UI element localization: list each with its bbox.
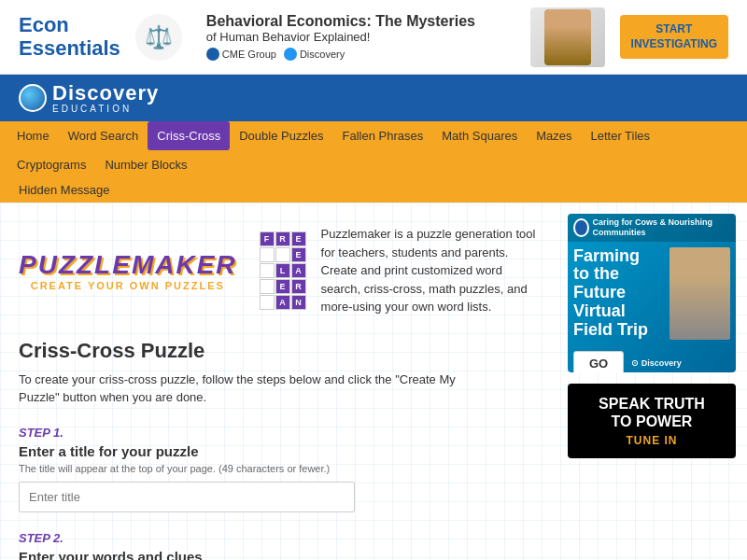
ad-cta-button[interactable]: START INVESTIGATING: [620, 15, 728, 59]
ad-econ-text: Econ: [19, 14, 120, 36]
title-input[interactable]: [19, 482, 355, 512]
ad-discovery-logo: Discovery: [284, 48, 345, 61]
ad-brand: Econ Essentials: [19, 14, 120, 59]
ad-essentials-text: Essentials: [19, 37, 120, 60]
sa1-line3: Future: [573, 284, 664, 302]
sa2-line3: TUNE IN: [627, 434, 678, 447]
sa1-top-banner: Caring for Cows & Nourishing Communities: [568, 214, 736, 242]
nav-mazes[interactable]: Mazes: [527, 121, 581, 150]
grid-cell: R: [291, 279, 306, 294]
step2-section: STEP 2. Enter your words and clues On ea…: [19, 531, 542, 561]
grid-cell: F: [260, 231, 275, 246]
grid-cell: [275, 247, 290, 262]
sa1-top-text: Caring for Cows & Nourishing Communities: [593, 217, 730, 238]
puzzlemaker-header: PUZZLEMAKER CREATE YOUR OWN PUZZLES F R …: [19, 217, 542, 324]
step2-label: STEP 2.: [19, 531, 542, 545]
grid-cell: N: [291, 295, 306, 310]
grid-cell: [260, 263, 275, 278]
step1-note: The title will appear at the top of your…: [19, 463, 542, 474]
grid-cell: [260, 247, 275, 262]
disc-logo-text: Discovery EDUCATION: [52, 83, 159, 114]
sidebar-ad-farming[interactable]: Caring for Cows & Nourishing Communities…: [568, 214, 736, 372]
step1-section: STEP 1. Enter a title for your puzzle Th…: [19, 426, 542, 512]
nav-word-search[interactable]: Word Search: [59, 121, 148, 150]
sa1-line4: Virtual: [573, 302, 664, 321]
puzzlemaker-grid: F R E E L A E R A N: [260, 231, 306, 310]
disc-education-label: EDUCATION: [52, 104, 159, 114]
puzzlemaker-logo: PUZZLEMAKER CREATE YOUR OWN PUZZLES: [19, 250, 237, 291]
nav-number-blocks[interactable]: Number Blocks: [95, 150, 196, 179]
step2-heading: Enter your words and clues: [19, 549, 542, 561]
grid-cell: A: [291, 263, 306, 278]
cme-icon: [206, 48, 219, 61]
discovery-header: Discovery EDUCATION: [0, 75, 747, 121]
step1-label: STEP 1.: [19, 426, 542, 440]
ad-content: Behavioral Economics: The Mysteries of H…: [197, 13, 515, 61]
ad-cme-logo: CME Group: [206, 48, 276, 61]
nav-fallen-phrases[interactable]: Fallen Phrases: [333, 121, 433, 150]
ad-scales-icon: ⚖️: [135, 14, 182, 61]
page-title: Criss-Cross Puzzle: [19, 339, 542, 363]
nav-hidden-message[interactable]: Hidden Message: [9, 181, 738, 199]
ad-subheadline: of Human Behavior Explained!: [206, 30, 515, 44]
discovery-logo[interactable]: Discovery EDUCATION: [19, 83, 159, 114]
grid-cell: [260, 295, 275, 310]
sa1-text-block: Farming to the Future Virtual Field Trip: [573, 247, 664, 340]
sa1-footer: GO ⊙ Discovery: [568, 345, 736, 372]
content-wrapper: PUZZLEMAKER CREATE YOUR OWN PUZZLES F R …: [0, 203, 747, 560]
disc-discovery-label: Discovery: [52, 83, 159, 104]
sidebar-ad-speak-truth[interactable]: SPEAK TRUTH TO POWER TUNE IN: [568, 384, 736, 458]
sa1-disc-logo: ⊙ Discovery: [631, 358, 682, 368]
sa1-brand-icon: [573, 218, 589, 237]
sa2-line1: SPEAK TRUTH: [599, 395, 705, 413]
grid-cell: R: [275, 231, 290, 246]
grid-cell: E: [291, 247, 306, 262]
page-intro: To create your criss-cross puzzle, follo…: [19, 371, 467, 407]
nav-home[interactable]: Home: [7, 121, 59, 150]
step1-heading: Enter a title for your puzzle: [19, 443, 542, 459]
ad-headline: Behavioral Economics: The Mysteries: [206, 13, 515, 30]
disc-logo-icon: [284, 48, 297, 61]
sa1-line5: Field Trip: [573, 321, 664, 340]
nav-cryptograms[interactable]: Cryptograms: [7, 150, 95, 179]
grid-cell: E: [291, 231, 306, 246]
grid-cell: A: [275, 295, 290, 310]
puzzlemaker-title: PUZZLEMAKER: [19, 250, 237, 280]
sa1-body: Farming to the Future Virtual Field Trip: [568, 242, 736, 345]
main-area: PUZZLEMAKER CREATE YOUR OWN PUZZLES F R …: [0, 203, 747, 560]
grid-cell: [260, 279, 275, 294]
puzzlemaker-subtitle: CREATE YOUR OWN PUZZLES: [31, 280, 225, 291]
nav-criss-cross[interactable]: Criss-Cross: [148, 121, 230, 150]
ad-person-image: [530, 7, 605, 67]
main-content: PUZZLEMAKER CREATE YOUR OWN PUZZLES F R …: [0, 203, 560, 560]
navigation: Home Word Search Criss-Cross Double Puzz…: [0, 121, 747, 203]
nav-letter-tiles[interactable]: Letter Tiles: [582, 121, 660, 150]
sa1-line2: to the: [573, 265, 664, 284]
sa1-line1: Farming: [573, 247, 664, 266]
nav-double-puzzles[interactable]: Double Puzzles: [230, 121, 332, 150]
sidebar: Caring for Cows & Nourishing Communities…: [560, 203, 747, 560]
puzzlemaker-desc: Puzzlemaker is a puzzle generation tool …: [321, 225, 542, 316]
sa2-line2: TO POWER: [612, 413, 693, 430]
grid-cell: E: [275, 279, 290, 294]
grid-cell: L: [275, 263, 290, 278]
sa1-person-image: [669, 247, 730, 340]
nav-math-squares[interactable]: Math Squares: [432, 121, 527, 150]
globe-icon: [19, 84, 47, 112]
ad-logos: CME Group Discovery: [206, 48, 515, 61]
sa1-go-button[interactable]: GO: [573, 351, 624, 372]
ad-banner: Econ Essentials ⚖️ Behavioral Economics:…: [0, 0, 747, 75]
nav-row2: Hidden Message: [7, 179, 740, 203]
